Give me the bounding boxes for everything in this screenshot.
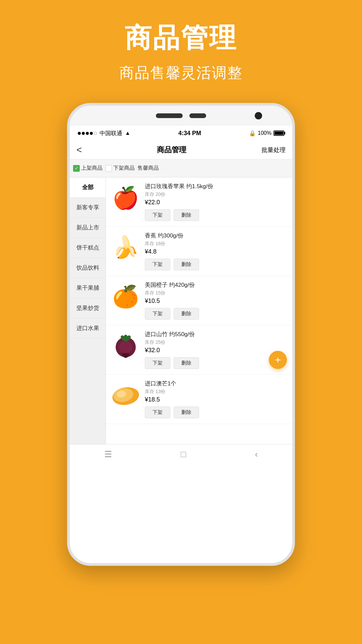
battery-text: 100% xyxy=(258,130,272,136)
sidebar-item-biscuits[interactable]: 饼干糕点 xyxy=(70,238,106,258)
delist-button-apple[interactable]: 下架 xyxy=(145,209,170,221)
delist-button-mangosteen[interactable]: 下架 xyxy=(145,357,170,369)
delete-button-mangosteen[interactable]: 删除 xyxy=(174,357,199,369)
product-item-banana: 🍌 香蕉 约300g/份 库存 18份 ¥4.8 下架 删除 xyxy=(106,227,292,276)
page-subtitle: 商品售馨灵活调整 xyxy=(119,63,243,83)
product-name-orange: 美国橙子 约420g/份 xyxy=(145,281,288,289)
filter-inactive[interactable]: 下架商品 xyxy=(105,165,135,172)
phone-frame: 中国联通 ▲ 4:34 PM 🔒 100% < 商品管理 批量处理 ✓ 上架商品… xyxy=(67,103,295,566)
product-info-mangosteen: 进口山竹 约550g/份 库存 25份 ¥32.0 下架 删除 xyxy=(145,331,288,369)
product-image-apple: 🍎 xyxy=(111,183,141,213)
checkbox-active-icon: ✓ xyxy=(73,165,80,172)
orange-emoji: 🍊 xyxy=(112,286,139,307)
product-info-apple: 进口玫瑰香苹果 约1.5kg/份 库存 20份 ¥22.0 下架 删除 xyxy=(145,183,288,221)
product-info-orange: 美国橙子 约420g/份 库存 15份 ¥10.5 下架 删除 xyxy=(145,281,288,320)
delist-button-orange[interactable]: 下架 xyxy=(145,308,170,320)
sidebar-item-newcustomer[interactable]: 新客专享 xyxy=(70,198,106,218)
nav-title: 商品管理 xyxy=(157,145,186,155)
sidebar-item-driedfruit[interactable]: 果干果脯 xyxy=(70,278,106,298)
battery-fill xyxy=(275,131,283,135)
sidebar-item-newproduct[interactable]: 新品上市 xyxy=(70,218,106,238)
product-name-mango: 进口澳芒1个 xyxy=(145,380,288,387)
banana-emoji: 🍌 xyxy=(112,236,139,258)
delete-button-orange[interactable]: 删除 xyxy=(174,308,199,320)
signal-dot-5 xyxy=(94,132,97,135)
signal-dot-4 xyxy=(90,132,93,135)
product-info-banana: 香蕉 约300g/份 库存 18份 ¥4.8 下架 删除 xyxy=(145,232,288,270)
product-price-banana: ¥4.8 xyxy=(145,248,288,255)
product-actions-mangosteen: 下架 删除 xyxy=(145,357,288,369)
page-header: 商品管理 商品售馨灵活调整 xyxy=(0,0,362,96)
nav-bar: < 商品管理 批量处理 xyxy=(70,141,292,159)
status-right: 🔒 100% xyxy=(249,130,284,137)
product-actions-mango: 下架 删除 xyxy=(145,407,288,418)
product-price-mangosteen: ¥32.0 xyxy=(145,347,288,354)
phone-speaker xyxy=(156,113,183,118)
sidebar-item-drinks[interactable]: 饮品饮料 xyxy=(70,258,106,278)
delete-button-banana[interactable]: 删除 xyxy=(174,259,199,270)
svg-point-4 xyxy=(127,335,131,339)
filter-active-label: 上架商品 xyxy=(81,165,103,172)
filter-inactive-label: 下架商品 xyxy=(113,165,135,172)
product-image-banana: 🍌 xyxy=(111,232,141,262)
sidebar-item-nuts[interactable]: 坚果炒货 xyxy=(70,298,106,318)
sidebar-item-importfruit[interactable]: 进口水果 xyxy=(70,318,106,338)
bottom-nav: ☰ □ ‹ xyxy=(70,444,292,464)
filter-soldout-label: 售馨商品 xyxy=(137,165,159,172)
product-stock-banana: 库存 18份 xyxy=(145,241,288,247)
product-info-mango: 进口澳芒1个 库存 13份 ¥18.5 下架 删除 xyxy=(145,380,288,418)
product-image-orange: 🍊 xyxy=(111,281,141,312)
product-price-mango: ¥18.5 xyxy=(145,396,288,403)
product-stock-mango: 库存 13份 xyxy=(145,389,288,395)
status-time: 4:34 PM xyxy=(178,130,201,137)
product-image-mangosteen xyxy=(111,331,141,361)
wifi-icon: ▲ xyxy=(125,130,130,136)
filter-soldout[interactable]: 售馨商品 xyxy=(137,165,159,172)
main-content: 全部 新客专享 新品上市 饼干糕点 饮品饮料 果干果脯 坚果炒货 进口水果 🍎 … xyxy=(70,177,292,444)
add-product-fab[interactable]: + xyxy=(269,351,287,369)
apple-emoji: 🍎 xyxy=(112,187,139,209)
svg-point-3 xyxy=(124,335,127,338)
product-item-apple: 🍎 进口玫瑰香苹果 约1.5kg/份 库存 20份 ¥22.0 下架 删除 xyxy=(106,177,292,227)
checkbox-inactive-icon xyxy=(105,165,112,172)
delist-button-banana[interactable]: 下架 xyxy=(145,259,170,270)
product-actions-banana: 下架 删除 xyxy=(145,259,288,270)
product-list: 🍎 进口玫瑰香苹果 约1.5kg/份 库存 20份 ¥22.0 下架 删除 🍌 xyxy=(106,177,292,444)
status-bar: 中国联通 ▲ 4:34 PM 🔒 100% xyxy=(70,126,292,141)
page-title-main: 商品管理 xyxy=(125,20,237,56)
svg-point-8 xyxy=(119,341,132,353)
phone-earpiece xyxy=(189,113,206,118)
product-stock-mangosteen: 库存 25份 xyxy=(145,339,288,345)
home-nav-icon[interactable]: □ xyxy=(181,449,186,460)
phone-camera xyxy=(255,112,262,119)
signal-dots xyxy=(78,132,97,135)
phone-top-bar xyxy=(70,106,292,126)
back-button[interactable]: < xyxy=(76,145,82,155)
battery-icon xyxy=(274,130,284,136)
sidebar-item-all[interactable]: 全部 xyxy=(70,177,106,198)
menu-nav-icon[interactable]: ☰ xyxy=(104,449,112,460)
back-nav-icon[interactable]: ‹ xyxy=(255,449,258,460)
mango-svg xyxy=(111,383,141,407)
product-name-mangosteen: 进口山竹 约550g/份 xyxy=(145,331,288,338)
product-image-mango xyxy=(111,380,141,410)
product-price-orange: ¥10.5 xyxy=(145,298,288,305)
batch-action-button[interactable]: 批量处理 xyxy=(261,146,286,154)
product-name-apple: 进口玫瑰香苹果 约1.5kg/份 xyxy=(145,183,288,190)
signal-dot-3 xyxy=(86,132,89,135)
filter-active[interactable]: ✓ 上架商品 xyxy=(73,165,103,172)
lock-icon: 🔒 xyxy=(249,130,256,137)
svg-point-5 xyxy=(123,353,128,358)
delist-button-mango[interactable]: 下架 xyxy=(145,407,170,418)
signal-dot-1 xyxy=(78,132,81,135)
svg-point-7 xyxy=(127,354,129,356)
product-actions-apple: 下架 删除 xyxy=(145,209,288,221)
product-stock-apple: 库存 20份 xyxy=(145,192,288,198)
product-item-orange: 🍊 美国橙子 约420g/份 库存 15份 ¥10.5 下架 删除 xyxy=(106,276,292,325)
delete-button-apple[interactable]: 删除 xyxy=(174,209,199,221)
signal-dot-2 xyxy=(82,132,85,135)
mangosteen-svg xyxy=(112,332,139,359)
svg-point-2 xyxy=(121,335,124,339)
delete-button-mango[interactable]: 删除 xyxy=(174,407,199,418)
product-item-mango: 进口澳芒1个 库存 13份 ¥18.5 下架 删除 xyxy=(106,375,292,424)
